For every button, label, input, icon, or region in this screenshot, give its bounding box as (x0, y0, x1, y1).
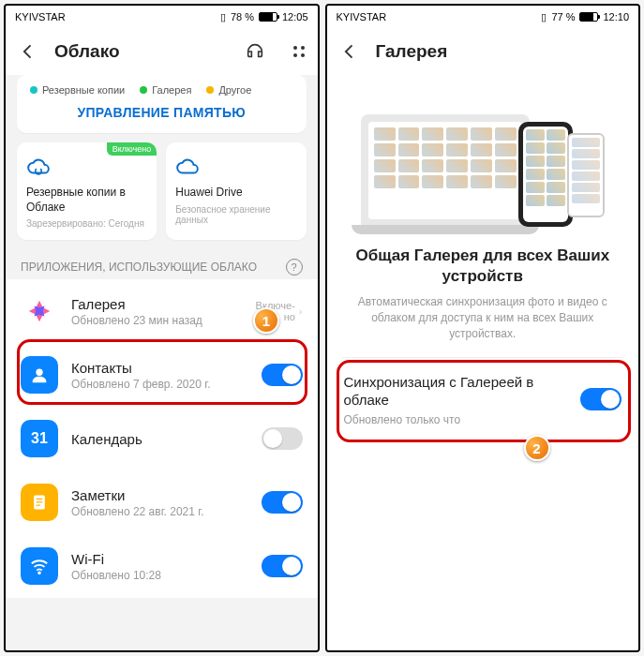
apps-section-title: ПРИЛОЖЕНИЯ, ИСПОЛЬЗУЮЩИЕ ОБЛАКО ? (6, 251, 318, 279)
app-sub: Обновлено 7 февр. 2020 г. (71, 378, 248, 391)
legend: Резервные копии Галерея Другое (30, 84, 293, 96)
drive-title: Huawei Drive (175, 186, 296, 201)
calendar-icon: 31 (21, 420, 58, 457)
back-icon[interactable] (19, 42, 37, 61)
app-item-wifi[interactable]: Wi-Fi Обновлено 10:28 (6, 534, 318, 598)
support-icon[interactable] (245, 41, 265, 62)
phone-right: KYIVSTAR ▯ 77 % 12:10 Галерея Общая Гале… (325, 4, 641, 652)
notes-toggle[interactable] (262, 491, 303, 514)
sync-gallery-item[interactable]: Синхронизация с Галереей в облаке Обновл… (327, 358, 639, 441)
tablet-device-icon (567, 133, 605, 217)
sync-sub: Обновлено только что (344, 413, 570, 426)
divider (342, 441, 624, 442)
section-title-text: ПРИЛОЖЕНИЯ, ИСПОЛЬЗУЮЩИЕ ОБЛАКО (21, 261, 257, 274)
vibrate-icon: ▯ (220, 11, 226, 23)
cloud-backup-icon (26, 154, 147, 180)
wifi-toggle[interactable] (262, 555, 303, 577)
header-bar: Галерея (327, 28, 639, 75)
marker-1: 1 (253, 307, 279, 334)
svg-point-0 (36, 369, 42, 376)
svg-point-5 (38, 573, 40, 574)
backup-card[interactable]: Включено Резервные копии в Облаке Зарезе… (17, 142, 157, 240)
legend-gallery: Галерея (152, 84, 191, 96)
back-icon[interactable] (340, 42, 359, 61)
battery-percent: 77 % (551, 11, 575, 22)
backup-sub: Зарезервировано: Сегодня (26, 218, 147, 229)
notes-icon (21, 484, 58, 521)
app-name: Календарь (71, 431, 248, 447)
legend-other: Другое (218, 84, 251, 96)
more-icon[interactable] (293, 46, 305, 57)
status-bar: KYIVSTAR ▯ 77 % 12:10 (327, 6, 639, 28)
backup-title: Резервные копии в Облаке (26, 186, 147, 215)
svg-rect-4 (37, 505, 40, 506)
header-bar: Облако (6, 28, 318, 75)
app-item-notes[interactable]: Заметки Обновлено 22 авг. 2021 г. (6, 470, 318, 534)
app-name: Заметки (71, 487, 248, 503)
legend-backup: Резервные копии (42, 84, 125, 96)
memory-manage-button[interactable]: УПРАВЛЕНИЕ ПАМЯТЬЮ (30, 105, 293, 120)
drive-sub: Безопасное хранение данных (175, 204, 296, 225)
contacts-toggle[interactable] (262, 364, 303, 386)
battery-percent: 78 % (231, 11, 254, 22)
app-name: Галерея (71, 296, 243, 312)
status-bar: KYIVSTAR ▯ 78 % 12:05 (6, 6, 318, 28)
svg-rect-3 (37, 501, 43, 502)
app-name: Wi-Fi (71, 551, 248, 567)
app-sub: Обновлено 23 мин назад (71, 314, 243, 327)
page-title: Галерея (376, 41, 626, 62)
vibrate-icon: ▯ (541, 11, 547, 23)
app-item-calendar[interactable]: 31 Календарь (6, 407, 318, 470)
drive-card[interactable]: Huawei Drive Безопасное хранение данных (166, 142, 306, 240)
chevron-right-icon: › (299, 306, 303, 317)
app-sub: Обновлено 10:28 (71, 569, 248, 582)
sync-toggle[interactable] (580, 388, 622, 410)
cloud-drive-icon (175, 154, 296, 180)
memory-card: Резервные копии Галерея Другое УПРАВЛЕНИ… (17, 75, 307, 133)
calendar-toggle[interactable] (262, 427, 303, 450)
phone-device-icon (518, 122, 573, 227)
time-label: 12:10 (603, 11, 629, 22)
carrier-label: KYIVSTAR (337, 11, 387, 22)
help-icon[interactable]: ? (286, 259, 303, 276)
app-sub: Обновлено 22 авг. 2021 г. (71, 505, 248, 518)
svg-rect-2 (37, 499, 43, 499)
gallery-icon (21, 292, 58, 330)
hero-subtitle: Автоматическая синхронизация фото и виде… (327, 294, 639, 356)
marker-2: 2 (524, 435, 550, 461)
contacts-icon (21, 356, 58, 394)
app-name: Контакты (71, 360, 248, 376)
laptop-icon (361, 114, 530, 227)
enabled-badge: Включено (107, 142, 157, 156)
time-label: 12:05 (282, 11, 308, 22)
hero-illustration (327, 75, 639, 242)
phone-left: KYIVSTAR ▯ 78 % 12:05 Облако Резервные к… (4, 4, 320, 652)
sync-title: Синхронизация с Галереей в облаке (344, 373, 570, 410)
page-title: Облако (54, 41, 228, 62)
carrier-label: KYIVSTAR (15, 11, 66, 22)
battery-icon (259, 12, 277, 22)
wifi-icon (21, 547, 58, 585)
app-item-contacts[interactable]: Контакты Обновлено 7 февр. 2020 г. (6, 343, 318, 407)
battery-icon (579, 12, 598, 22)
hero-title: Общая Галерея для всех Ваших устройств (327, 242, 639, 294)
